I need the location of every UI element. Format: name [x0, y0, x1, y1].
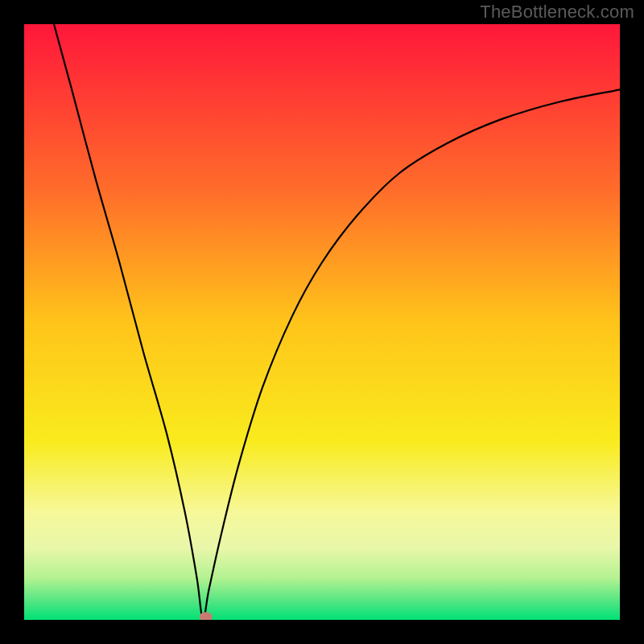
plot-area	[24, 24, 620, 620]
watermark-text: TheBottleneck.com	[480, 2, 634, 23]
chart-frame: TheBottleneck.com	[0, 0, 644, 644]
bottleneck-curve	[54, 24, 620, 620]
curve-layer	[24, 24, 620, 620]
